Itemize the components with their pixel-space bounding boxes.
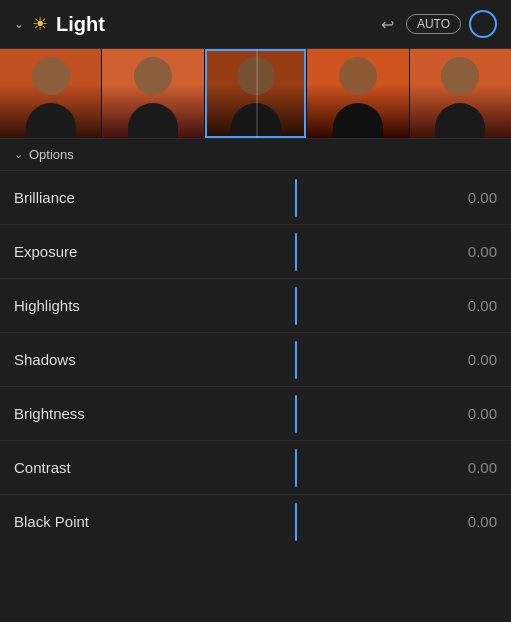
filmstrip [0, 49, 511, 139]
light-panel-header: ⌄ ☀ Light ↩ AUTO [0, 0, 511, 49]
slider-indicator-5 [295, 449, 297, 487]
slider-indicator-0 [295, 179, 297, 217]
slider-row-shadows[interactable]: Shadows0.00 [0, 332, 511, 386]
light-icon: ☀ [32, 13, 48, 35]
slider-row-brilliance[interactable]: Brilliance0.00 [0, 170, 511, 224]
slider-label-1: Exposure [14, 243, 144, 260]
slider-indicator-2 [295, 287, 297, 325]
options-chevron-icon: ⌄ [14, 148, 23, 161]
options-label: Options [29, 147, 74, 162]
slider-label-4: Brightness [14, 405, 144, 422]
slider-track-1[interactable] [144, 225, 447, 278]
filmstrip-item-1[interactable] [0, 49, 102, 138]
slider-value-5: 0.00 [447, 459, 497, 476]
slider-indicator-3 [295, 341, 297, 379]
slider-track-3[interactable] [144, 333, 447, 386]
slider-label-6: Black Point [14, 513, 144, 530]
filmstrip-item-4[interactable] [307, 49, 409, 138]
mode-toggle-button[interactable] [469, 10, 497, 38]
slider-indicator-4 [295, 395, 297, 433]
slider-value-4: 0.00 [447, 405, 497, 422]
slider-row-exposure[interactable]: Exposure0.00 [0, 224, 511, 278]
undo-icon[interactable]: ↩ [381, 15, 394, 34]
collapse-chevron-icon[interactable]: ⌄ [14, 17, 24, 31]
slider-label-0: Brilliance [14, 189, 144, 206]
slider-track-0[interactable] [144, 171, 447, 224]
slider-track-4[interactable] [144, 387, 447, 440]
auto-button[interactable]: AUTO [406, 14, 461, 34]
slider-value-2: 0.00 [447, 297, 497, 314]
sliders-container: Brilliance0.00Exposure0.00Highlights0.00… [0, 170, 511, 548]
slider-label-2: Highlights [14, 297, 144, 314]
slider-value-1: 0.00 [447, 243, 497, 260]
slider-track-2[interactable] [144, 279, 447, 332]
slider-indicator-6 [295, 503, 297, 541]
slider-value-6: 0.00 [447, 513, 497, 530]
slider-row-black-point[interactable]: Black Point0.00 [0, 494, 511, 548]
slider-row-highlights[interactable]: Highlights0.00 [0, 278, 511, 332]
filmstrip-item-2[interactable] [102, 49, 204, 138]
slider-track-5[interactable] [144, 441, 447, 494]
slider-label-5: Contrast [14, 459, 144, 476]
slider-row-contrast[interactable]: Contrast0.00 [0, 440, 511, 494]
filmstrip-item-5[interactable] [410, 49, 511, 138]
slider-value-3: 0.00 [447, 351, 497, 368]
slider-label-3: Shadows [14, 351, 144, 368]
options-section-header[interactable]: ⌄ Options [0, 139, 511, 170]
filmstrip-item-3[interactable] [205, 49, 307, 138]
slider-track-6[interactable] [144, 495, 447, 548]
slider-indicator-1 [295, 233, 297, 271]
slider-row-brightness[interactable]: Brightness0.00 [0, 386, 511, 440]
slider-value-0: 0.00 [447, 189, 497, 206]
panel-title: Light [56, 13, 373, 36]
